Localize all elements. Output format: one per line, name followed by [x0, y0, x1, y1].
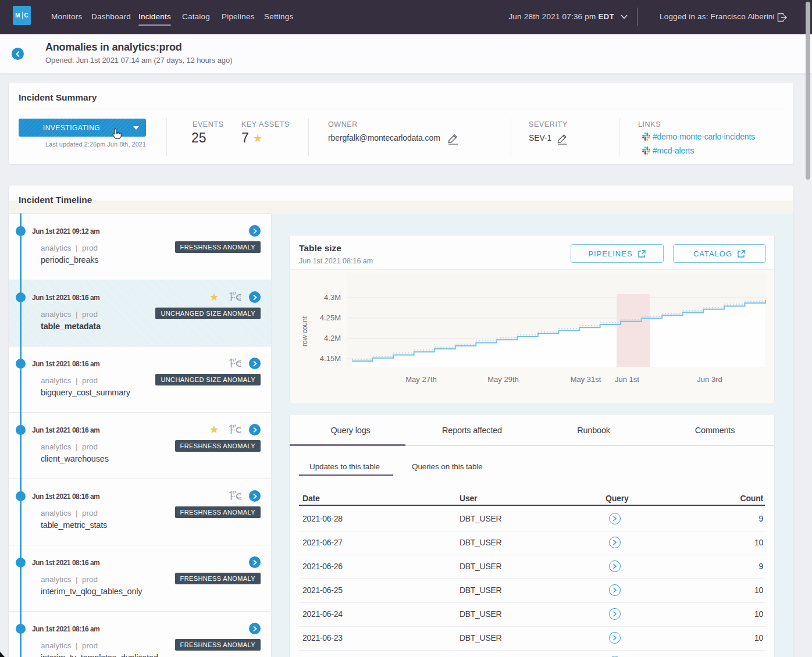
svg-text:Jun 3rd: Jun 3rd — [697, 375, 722, 384]
svg-text:4.3M: 4.3M — [324, 293, 341, 302]
svg-text:4.2M: 4.2M — [324, 334, 341, 342]
svg-text:Jun 1st: Jun 1st — [615, 375, 639, 384]
svg-text:May 31st: May 31st — [571, 375, 601, 384]
svg-text:4.15M: 4.15M — [320, 354, 341, 363]
svg-text:4.25M: 4.25M — [320, 313, 341, 322]
svg-text:May 27th: May 27th — [405, 375, 436, 384]
svg-text:May 29th: May 29th — [487, 375, 518, 384]
svg-text:row count: row count — [301, 316, 309, 347]
